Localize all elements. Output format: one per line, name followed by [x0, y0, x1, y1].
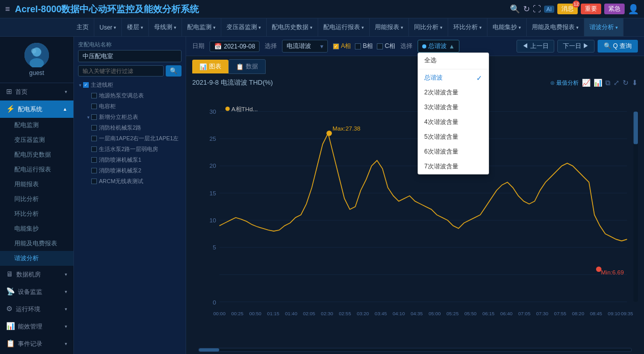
sidebar-sub-power-monitor[interactable]: 配电监测	[0, 118, 73, 133]
phase-c-check[interactable]: C相	[377, 42, 395, 50]
line-chart-icon[interactable]: 📈	[582, 79, 590, 87]
harmonic-option-3rd[interactable]: 3次谐波含量	[418, 100, 488, 115]
sidebar-sub-collect[interactable]: 电能集抄	[0, 221, 73, 236]
user-avatar-icon[interactable]: 👤	[628, 4, 639, 15]
tab-data[interactable]: 📋 数据	[228, 59, 266, 74]
checkbox-c[interactable]	[377, 43, 383, 49]
phase-b-check[interactable]: B相	[355, 42, 373, 50]
harmonic-option-4th[interactable]: 4次谐波含量	[418, 115, 488, 130]
nav-mom[interactable]: 环比分析▾	[448, 18, 487, 37]
tree-checkbox-main[interactable]	[83, 82, 89, 88]
tree-item-sprinkler2[interactable]: ▾ 消防喷淋机械泵2	[86, 165, 182, 176]
tree-item-heat-pump[interactable]: ▾ 地源热泵空调总表	[86, 90, 182, 101]
nav-user[interactable]: User▾	[94, 18, 122, 37]
svg-text:06:40: 06:40	[500, 311, 512, 316]
sidebar-sub-transformer[interactable]: 变压器监测	[0, 133, 73, 147]
nav-operation-report[interactable]: 配电运行报表▾	[318, 18, 370, 37]
tree-checkbox-new-cabinet[interactable]	[91, 114, 97, 120]
menu-icon[interactable]: ≡	[5, 5, 10, 14]
filter-input[interactable]	[78, 65, 164, 77]
tree-checkbox-fire-pump[interactable]	[91, 125, 97, 131]
bar-chart-icon[interactable]: 📊	[594, 79, 602, 87]
query-button[interactable]: 🔍 Q 查询	[598, 40, 638, 53]
messages-btn[interactable]: 消息 12	[557, 4, 578, 14]
sidebar-sub-history[interactable]: 配电历史数据	[0, 147, 73, 162]
sidebar-item-home[interactable]: ⊞首页 ▾	[0, 83, 73, 100]
sidebar-sub-billing[interactable]: 用能及电费报表	[0, 236, 73, 251]
sidebar-sub-mom[interactable]: 环比分析	[0, 207, 73, 221]
tree-item-new-cabinet[interactable]: ▾ 新增分立柜总表	[86, 112, 182, 122]
sidebar-item-device[interactable]: 📡设备监监 ▾	[0, 283, 73, 300]
date-picker[interactable]: 📅 2021-09-08	[210, 41, 260, 52]
sidebar-item-runtime[interactable]: ⚙运行环境 ▾	[0, 300, 73, 318]
sidebar-sub-op-report[interactable]: 配电运行报表	[0, 162, 73, 177]
tree-checkbox-capacitor[interactable]	[91, 104, 97, 109]
urgent-btn[interactable]: 紧急	[604, 4, 625, 14]
sidebar-sub-yoy[interactable]: 同比分析	[0, 192, 73, 207]
sidebar-item-datacenter[interactable]: 🖥数据机房 ▾	[0, 266, 73, 283]
harmonic-option-all[interactable]: 全选	[418, 53, 488, 68]
tree-checkbox-ape[interactable]	[91, 136, 97, 141]
station-label: 变配电站名称	[78, 41, 182, 48]
svg-text:08:45: 08:45	[590, 311, 602, 316]
sidebar-sub-energy-report[interactable]: 用能报表	[0, 177, 73, 192]
chart-scrollbar[interactable]	[198, 348, 632, 352]
tree-checkbox-sprinkler2[interactable]	[91, 168, 97, 173]
tree-item-ape[interactable]: ▾ 一层南1APE2右一层北1APE1左	[86, 133, 182, 144]
nav-history[interactable]: 配电历史数据▾	[267, 18, 318, 37]
scrollbar-thumb[interactable]	[199, 348, 219, 351]
sidebar-item-energy[interactable]: 📊能效管理 ▾	[0, 318, 73, 335]
tree-item-main-cabinet[interactable]: ▾ 主进线柜	[78, 80, 182, 90]
nav-billing[interactable]: 用能及电费报表▾	[527, 18, 584, 37]
tree-checkbox-water-pump[interactable]	[91, 146, 97, 152]
tree-checkbox-arcm[interactable]	[91, 179, 97, 184]
tree-item-water-pump[interactable]: ▾ 生活水泵2路一层弱电房	[86, 144, 182, 155]
tree-checkbox-heat-pump[interactable]	[91, 93, 97, 98]
ai-icon[interactable]: AI	[544, 6, 554, 13]
copy-icon[interactable]: ⧉	[605, 79, 610, 87]
nav-harmonic[interactable]: 谐波分析▾	[584, 18, 624, 37]
checkbox-b[interactable]	[355, 43, 361, 49]
search-button[interactable]: 🔍	[166, 65, 182, 77]
harmonic-option-2nd[interactable]: 2次谐波含量	[418, 85, 488, 100]
date-value: 2021-09-08	[224, 43, 255, 50]
max-analysis-btn[interactable]: ⊙ 最值分析	[550, 79, 579, 87]
nav-power-monitor[interactable]: 配电监测▾	[182, 18, 221, 37]
nav-busbar[interactable]: 母线测▾	[149, 18, 182, 37]
harmonic-option-7th[interactable]: 7次谐波含量	[418, 159, 488, 174]
refresh-icon[interactable]: ↻	[523, 4, 530, 14]
tree-item-sprinkler1[interactable]: ▾ 消防喷淋机械泵1	[86, 155, 182, 165]
fullscreen-icon[interactable]: ⛶	[533, 5, 541, 14]
nav-energy-report[interactable]: 用能报表▾	[370, 18, 409, 37]
search-icon[interactable]: 🔍	[510, 4, 520, 14]
harmonic-option-6th[interactable]: 6次谐波含量	[418, 144, 488, 159]
station-name-input[interactable]	[78, 50, 182, 62]
nav-floor[interactable]: 楼层▾	[122, 18, 149, 37]
harmonic-option-5th[interactable]: 5次谐波含量	[418, 130, 488, 144]
checkbox-a[interactable]: ✓	[333, 43, 339, 49]
svg-text:15: 15	[210, 190, 217, 196]
phase-a-check[interactable]: ✓ A相	[333, 42, 351, 50]
refresh-chart-icon[interactable]: ↻	[623, 79, 629, 87]
nav-home[interactable]: 主页	[71, 18, 94, 37]
nav-energy-collect[interactable]: 电能集抄▾	[487, 18, 527, 37]
sidebar-item-power[interactable]: ⚡配电系统 ▲	[0, 100, 73, 118]
sidebar-item-events[interactable]: 📋事件记录 ▾	[0, 335, 73, 352]
signal-type-select[interactable]: 电流谐波 ▾	[282, 40, 328, 53]
tree-item-capacitor[interactable]: ▾ 电容柜	[86, 101, 182, 112]
svg-text:A相THd...: A相THd...	[231, 106, 258, 112]
tree-item-fire-pump[interactable]: ▾ 消防栓机械泵2路	[86, 122, 182, 133]
important-btn[interactable]: 重要	[581, 4, 601, 14]
harmonic-type-select[interactable]: 总谐波 ▲	[418, 40, 459, 53]
tab-chart[interactable]: 📊 图表	[192, 60, 228, 73]
prev-day-button[interactable]: ◀ 上一日	[517, 40, 554, 53]
download-icon[interactable]: ⬇	[632, 79, 638, 87]
resize-icon[interactable]: ⤢	[613, 79, 620, 87]
harmonic-option-total[interactable]: 总谐波 ✓	[418, 70, 488, 85]
tree-item-arcm[interactable]: ▾ ARCM无线表测试	[86, 176, 182, 187]
nav-yoy[interactable]: 同比分析▾	[409, 18, 448, 37]
tree-checkbox-sprinkler1[interactable]	[91, 157, 97, 163]
next-day-button[interactable]: 下一日 ▶	[557, 40, 595, 53]
nav-transformer[interactable]: 变压器监测▾	[221, 18, 267, 37]
sidebar-sub-harmonic[interactable]: 谐波分析	[0, 251, 73, 266]
